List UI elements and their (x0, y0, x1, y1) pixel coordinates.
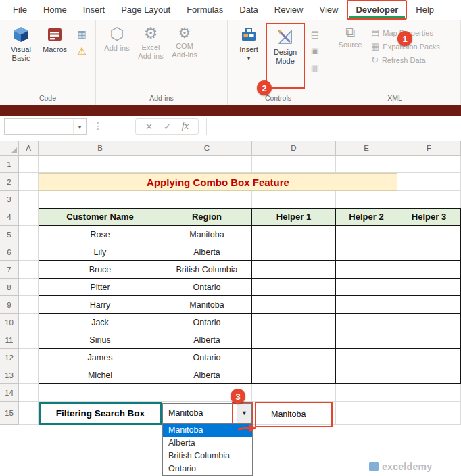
cell-B3[interactable] (39, 191, 162, 208)
cell-E9[interactable] (336, 296, 397, 314)
cell-A12[interactable] (19, 349, 39, 366)
tab-page-layout[interactable]: Page Layout (114, 0, 178, 20)
cell-E8[interactable] (336, 279, 397, 296)
cell-E1[interactable] (336, 156, 397, 173)
cell-E3[interactable] (336, 191, 397, 208)
cell-D9[interactable] (252, 296, 336, 314)
column-header-a[interactable]: A (19, 141, 39, 156)
tab-help[interactable]: Help (408, 0, 441, 20)
cell-B7[interactable]: Bruce (39, 261, 162, 279)
cell-A3[interactable] (19, 191, 39, 208)
row-header-9[interactable]: 9 (0, 296, 19, 314)
dropdown-option-british-columbia[interactable]: British Columbia (163, 450, 252, 462)
tab-view[interactable]: View (312, 0, 345, 20)
tab-insert[interactable]: Insert (76, 0, 113, 20)
cell-C4[interactable]: Region (162, 208, 252, 226)
row-header-8[interactable]: 8 (0, 279, 19, 296)
formula-bar-drag-handle[interactable]: ⋮ (93, 120, 103, 131)
ribbon-button-refresh-data[interactable]: ↻Refresh Data (371, 55, 440, 64)
cell-A5[interactable] (19, 226, 39, 243)
tab-formulas[interactable]: Formulas (179, 0, 230, 20)
ribbon-button-visual-basic[interactable]: Visual Basic (4, 23, 38, 80)
formula-input[interactable] (206, 118, 461, 135)
cell-C9[interactable]: Manitoba (162, 296, 252, 314)
cell-D12[interactable] (252, 349, 336, 366)
cell-F4[interactable]: Helper 3 (397, 208, 461, 226)
cell-F5[interactable] (397, 226, 461, 243)
cell-E13[interactable] (336, 366, 397, 384)
cell-A13[interactable] (19, 366, 39, 384)
cell-F7[interactable] (397, 261, 461, 279)
cell-F1[interactable] (397, 156, 461, 173)
cell-E10[interactable] (336, 314, 397, 331)
cell-D4[interactable]: Helper 1 (252, 208, 336, 226)
column-header-c[interactable]: C (162, 141, 252, 156)
cell-B4[interactable]: Customer Name (39, 208, 162, 226)
row-header-13[interactable]: 13 (0, 366, 19, 384)
cell-B1[interactable] (39, 156, 162, 173)
ribbon-button-view-code-icon[interactable]: ▣ (308, 44, 322, 57)
dropdown-option-ontario[interactable]: Ontario (163, 462, 252, 475)
cell-F6[interactable] (397, 243, 461, 261)
cell-F15[interactable] (397, 402, 461, 425)
cell-E14[interactable] (336, 384, 397, 402)
cell-D11[interactable] (252, 331, 336, 349)
ribbon-button-properties-icon[interactable]: ▤ (308, 27, 322, 41)
combo-dropdown-button[interactable]: ▼ (237, 404, 251, 423)
row-header-14[interactable]: 14 (0, 384, 19, 402)
cell-F9[interactable] (397, 296, 461, 314)
cell-B5[interactable]: Rose (39, 226, 162, 243)
column-header-b[interactable]: B (39, 141, 162, 156)
cell-F14[interactable] (397, 384, 461, 402)
cell-B9[interactable]: Harry (39, 296, 162, 314)
cell-D10[interactable] (252, 314, 336, 331)
cell-B8[interactable]: Pitter (39, 279, 162, 296)
ribbon-button-macro-security-icon[interactable]: ⚠ (74, 44, 89, 57)
tab-file[interactable]: File (5, 0, 34, 20)
cell-C13[interactable]: Alberta (162, 366, 252, 384)
cell-C6[interactable]: Alberta (162, 243, 252, 261)
cell-C1[interactable] (162, 156, 252, 173)
cell-D1[interactable] (252, 156, 336, 173)
cell-E15[interactable] (336, 402, 397, 425)
cell-B13[interactable]: Michel (39, 366, 162, 384)
cell-A9[interactable] (19, 296, 39, 314)
cell-D5[interactable] (252, 226, 336, 243)
cell-F8[interactable] (397, 279, 461, 296)
tab-home[interactable]: Home (36, 0, 74, 20)
cell-D3[interactable] (252, 191, 336, 208)
ribbon-button-insert[interactable]: Insert▾ (232, 23, 266, 80)
cell-A15[interactable] (19, 402, 39, 425)
cell-B11[interactable]: Sirius (39, 331, 162, 349)
ribbon-button-excel-add-ins[interactable]: ⚙Excel Add-ins (134, 23, 168, 80)
row-header-12[interactable]: 12 (0, 349, 19, 366)
cell-F10[interactable] (397, 314, 461, 331)
ribbon-button-add-ins[interactable]: ⬡Add-ins (100, 23, 134, 80)
name-box[interactable]: ▾ (4, 118, 87, 135)
row-header-1[interactable]: 1 (0, 156, 19, 173)
cell-E12[interactable] (336, 349, 397, 366)
cell-C8[interactable]: Ontario (162, 279, 252, 296)
insert-function-button[interactable]: fx (182, 121, 189, 132)
cell-B12[interactable]: James (39, 349, 162, 366)
cell-E7[interactable] (336, 261, 397, 279)
ribbon-button-run-dialog-icon[interactable]: ▥ (308, 61, 322, 74)
tab-developer[interactable]: Developer (347, 0, 407, 20)
cell-A8[interactable] (19, 279, 39, 296)
cell-F13[interactable] (397, 366, 461, 384)
cell-A4[interactable] (19, 208, 39, 226)
select-all-corner[interactable] (0, 141, 19, 156)
cell-A6[interactable] (19, 243, 39, 261)
ribbon-button-macros[interactable]: Macros (38, 23, 72, 80)
cell-C5[interactable]: Manitoba (162, 226, 252, 243)
cell-A1[interactable] (19, 156, 39, 173)
row-header-10[interactable]: 10 (0, 314, 19, 331)
name-box-dropdown-icon[interactable]: ▾ (73, 119, 86, 134)
row-header-15[interactable]: 15 (0, 402, 19, 425)
cell-F2[interactable] (397, 173, 461, 191)
row-header-4[interactable]: 4 (0, 208, 19, 226)
tab-data[interactable]: Data (232, 0, 265, 20)
cell-B10[interactable]: Jack (39, 314, 162, 331)
cell-C3[interactable] (162, 191, 252, 208)
cell-F12[interactable] (397, 349, 461, 366)
